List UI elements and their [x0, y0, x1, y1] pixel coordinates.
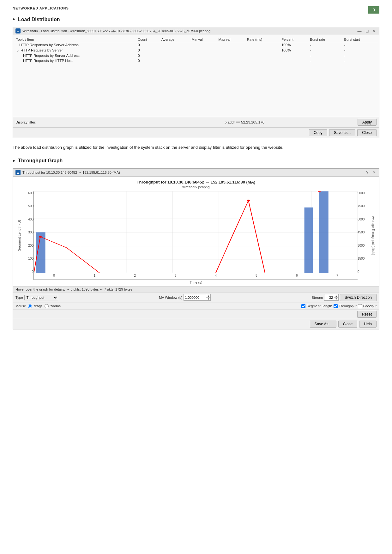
x-tick: 6 — [277, 274, 317, 279]
chart-container: Segment Length (B) 600 500 400 300 200 1… — [16, 191, 376, 280]
x-axis-title: Time (s) — [16, 280, 376, 284]
load-distribution-window: W Wireshark · Load Distribution · wiresh… — [13, 27, 379, 138]
empty-space — [14, 63, 378, 114]
close-window-button[interactable]: × — [371, 29, 377, 33]
ma-window-label: MA Window (s) — [159, 296, 182, 299]
row-maxval — [216, 42, 245, 48]
description-text: The above load distribution graph is uti… — [13, 144, 379, 151]
row-label: HTTP Requests by Server Address — [14, 53, 136, 58]
x-axis-labels: 0 1 2 3 4 5 6 7 — [34, 273, 358, 280]
row-count: 0 — [136, 42, 160, 48]
display-filter-label: Display filter: — [15, 120, 36, 124]
throughput-close-button[interactable]: Close — [338, 321, 358, 328]
display-filter-value: ip.addr == 52.23.105.176 — [224, 120, 264, 124]
zooms-radio[interactable] — [45, 304, 49, 308]
x-tick: 5 — [236, 274, 277, 279]
row-label: HTTP Requests by HTTP Host — [14, 58, 136, 63]
table-header-row: Topic / Item Count Average Min val Max v… — [14, 37, 378, 42]
table-row[interactable]: HTTP Responses by Server Address 0 100% … — [14, 42, 378, 48]
stream-spinner-down[interactable]: ▼ — [334, 298, 338, 300]
close-icon[interactable]: × — [371, 170, 377, 175]
throughput-save-as-button[interactable]: Save As... — [310, 321, 336, 328]
table-row[interactable]: HTTP Requests by HTTP Host 0 - - — [14, 58, 378, 63]
segment-length-checkbox[interactable] — [301, 304, 305, 308]
col-average: Average — [160, 37, 190, 42]
save-as-button[interactable]: Save as... — [329, 129, 355, 136]
switch-direction-button[interactable]: Switch Direction — [340, 294, 377, 301]
spinner-up[interactable]: ▲ — [206, 294, 210, 298]
mouse-radio-group: Mouse drags zooms — [15, 304, 61, 308]
x-tick: 3 — [155, 274, 196, 279]
row-burststart: - — [342, 47, 378, 53]
y-right-tick: 0 — [358, 270, 359, 274]
row-rate — [245, 42, 280, 48]
col-topic: Topic / Item — [14, 37, 136, 42]
row-burstrate: - — [308, 53, 342, 58]
throughput-checkbox[interactable] — [334, 304, 338, 308]
wireshark-icon: W — [15, 28, 21, 33]
y-right-tick: 4500 — [358, 231, 365, 234]
ma-window-spinner[interactable]: ▲ ▼ — [206, 294, 210, 300]
row-percent — [280, 53, 308, 58]
y-axis-left-ticks: 600 500 400 300 200 100 0 — [22, 191, 33, 280]
svg-text:W: W — [17, 171, 20, 174]
close-button[interactable]: Close — [357, 129, 377, 136]
row-minval — [190, 42, 217, 48]
type-control: Type Throughput Goodput Segment Length — [15, 295, 58, 300]
copy-button[interactable]: Copy — [309, 129, 327, 136]
window-controls[interactable]: — □ × — [356, 29, 377, 33]
ma-window-input[interactable] — [184, 295, 206, 300]
row-maxval — [216, 53, 245, 58]
row-rate — [245, 47, 280, 53]
row-count: 0 — [136, 47, 160, 53]
stream-spinner[interactable]: ▲ ▼ — [334, 294, 338, 300]
goodput-checkbox[interactable] — [358, 304, 362, 308]
stream-control: Stream ▲ ▼ Switch Direction — [312, 294, 377, 301]
x-tick: 1 — [74, 274, 115, 279]
col-rate: Rate (ms) — [245, 37, 280, 42]
row-percent: 100% — [280, 42, 308, 48]
apply-button[interactable]: Apply — [358, 119, 377, 126]
row-label: ⌄HTTP Requests by Server — [14, 47, 136, 53]
row-minval — [190, 47, 217, 53]
goodput-checkbox-label: Goodput — [363, 304, 377, 308]
stream-spinner-up[interactable]: ▲ — [334, 294, 338, 298]
chart-plot: 0 1 2 3 4 5 6 7 — [33, 191, 358, 280]
type-select[interactable]: Throughput Goodput Segment Length — [24, 295, 58, 300]
expand-arrow[interactable]: ⌄ — [16, 48, 19, 52]
table-row[interactable]: ⌄HTTP Requests by Server 0 100% - - — [14, 47, 378, 53]
titlebar-left: W Wireshark · Load Distribution · wiresh… — [15, 28, 210, 33]
y-tick: 200 — [28, 244, 33, 247]
table-row[interactable]: HTTP Requests by Server Address 0 - - — [14, 53, 378, 58]
x-tick: 0 — [34, 274, 74, 279]
maximize-button[interactable]: □ — [365, 29, 370, 33]
drags-radio[interactable] — [28, 304, 32, 308]
dist-table-container: Topic / Item Count Average Min val Max v… — [13, 35, 379, 116]
y-right-tick: 3000 — [358, 244, 365, 247]
help-icon[interactable]: ? — [365, 170, 370, 175]
page-number: 3 — [368, 6, 379, 14]
y-tick: 500 — [28, 204, 33, 208]
reset-button[interactable]: Reset — [357, 311, 377, 318]
col-burststart: Burst start — [342, 37, 378, 42]
y-tick: 100 — [28, 257, 33, 260]
row-minval — [190, 58, 217, 63]
minimize-button[interactable]: — — [356, 29, 363, 33]
svg-text:W: W — [17, 30, 20, 33]
throughput-controls-row1: Type Throughput Goodput Segment Length M… — [13, 292, 379, 303]
y-axis-right-ticks: 9000 7500 6000 4500 3000 1500 0 — [358, 191, 370, 280]
spinner-down[interactable]: ▼ — [206, 298, 210, 300]
row-burstrate: - — [308, 42, 342, 48]
row-burststart: - — [342, 58, 378, 63]
data-point — [39, 236, 42, 238]
throughput-window-controls[interactable]: ? × — [365, 170, 377, 175]
throughput-help-button[interactable]: Help — [359, 321, 377, 328]
stream-input[interactable] — [324, 295, 334, 300]
segment-bar — [319, 191, 328, 273]
y-axis-left-label: Segment Length (B) — [16, 191, 22, 280]
zooms-label: zooms — [51, 304, 61, 308]
graph-title: Throughput for 10.10.30.146:60452 → 152.… — [16, 180, 376, 184]
row-average — [160, 58, 190, 63]
throughput-window-title: Throughput for 10.10.30.146:60452 → 152.… — [22, 171, 120, 174]
row-maxval — [216, 47, 245, 53]
